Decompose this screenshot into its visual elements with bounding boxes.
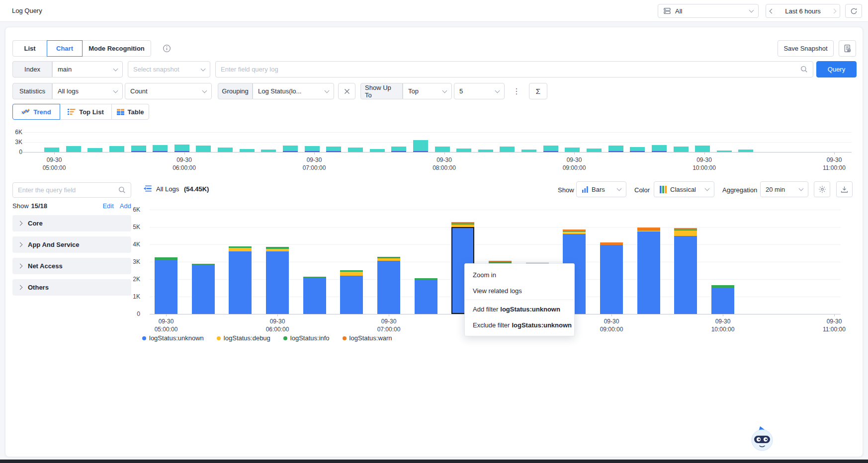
stacked-bar-segment[interactable] xyxy=(637,231,660,232)
stacked-bar-segment[interactable] xyxy=(266,249,289,251)
overview-bar[interactable] xyxy=(478,150,493,152)
stacked-bar-segment[interactable] xyxy=(415,280,437,314)
field-search-box[interactable] xyxy=(12,182,131,198)
stacked-bar-segment[interactable] xyxy=(711,285,734,288)
overview-bar[interactable] xyxy=(695,146,710,152)
stacked-bar-segment[interactable] xyxy=(674,231,697,236)
all-logs-trend-chart[interactable]: 01K2K3K4K5K6K09-3005:00:0009-3006:00:000… xyxy=(5,206,864,360)
chart-settings-button[interactable] xyxy=(814,181,830,197)
overview-bar[interactable] xyxy=(717,151,732,152)
stacked-bar-segment[interactable] xyxy=(451,222,474,224)
save-snapshot-button[interactable]: Save Snapshot xyxy=(778,40,834,57)
chevron-left-icon[interactable] xyxy=(770,8,775,13)
stacked-bar-segment[interactable] xyxy=(192,264,215,266)
aggregation-select[interactable]: 20 min xyxy=(760,181,808,197)
grouping-select[interactable]: Log Status(lo... xyxy=(253,83,334,99)
overview-bar[interactable] xyxy=(218,148,233,152)
overview-histogram[interactable]: 03K6K09-3005:00:0009-3006:00:0009-3007:0… xyxy=(5,124,864,179)
overview-bar[interactable] xyxy=(87,148,102,152)
tab-chart[interactable]: Chart xyxy=(47,40,83,57)
menu-item-exclude-filter[interactable]: Exclude filterlogStatus:unknown xyxy=(465,317,574,333)
stacked-bar-segment[interactable] xyxy=(563,232,586,232)
stacked-bar-segment[interactable] xyxy=(674,228,697,230)
color-scheme-select[interactable]: Classical xyxy=(654,181,714,197)
field-section-app-and-service[interactable]: App And Service xyxy=(12,236,131,253)
stacked-bar-segment[interactable] xyxy=(303,278,326,314)
index-select[interactable]: main xyxy=(52,61,123,77)
chart-style-select[interactable]: Bars xyxy=(576,181,626,197)
snapshot-select[interactable]: Select snapshot xyxy=(128,61,210,77)
stacked-bar-segment[interactable] xyxy=(674,230,697,231)
overview-bar[interactable] xyxy=(66,146,81,152)
stacked-bar-segment[interactable] xyxy=(155,260,177,314)
stacked-bar-segment[interactable] xyxy=(229,246,252,248)
stacked-bar-segment[interactable] xyxy=(637,232,660,314)
query-input[interactable] xyxy=(221,66,796,73)
menu-item-zoom-in[interactable]: Zoom in xyxy=(465,267,574,283)
overview-bar[interactable] xyxy=(261,150,276,152)
stacked-bar-segment[interactable] xyxy=(637,230,660,231)
stacked-bar-segment[interactable] xyxy=(266,247,289,249)
overview-bar[interactable] xyxy=(435,147,450,152)
overview-bar[interactable] xyxy=(109,146,124,152)
tab-mode-recognition[interactable]: Mode Recognition xyxy=(82,40,151,57)
info-icon[interactable] xyxy=(163,44,171,54)
stacked-bar-segment[interactable] xyxy=(192,265,215,314)
legend-item[interactable]: logStatus:unknown xyxy=(142,334,204,342)
refresh-button[interactable] xyxy=(845,4,862,18)
field-section-net-access[interactable]: Net Access xyxy=(12,258,131,274)
query-button[interactable]: Query xyxy=(816,61,857,77)
stacked-bar-segment[interactable] xyxy=(155,257,177,260)
stacked-bar-segment[interactable] xyxy=(340,276,363,314)
stacked-bar-segment[interactable] xyxy=(637,228,660,230)
stacked-bar-segment[interactable] xyxy=(563,232,586,234)
field-section-others[interactable]: Others xyxy=(12,279,131,296)
stacked-bar-segment[interactable] xyxy=(229,251,252,314)
overview-bar[interactable] xyxy=(196,146,211,152)
chevron-right-icon[interactable] xyxy=(832,8,837,13)
overview-bar[interactable] xyxy=(348,148,363,152)
time-range-value[interactable]: Last 6 hours xyxy=(778,7,828,15)
sigma-button[interactable]: Σ xyxy=(529,83,547,99)
stacked-bar-segment[interactable] xyxy=(600,245,623,245)
stacked-bar-segment[interactable] xyxy=(415,278,437,280)
robot-assistant-button[interactable] xyxy=(751,424,774,453)
overview-bar[interactable] xyxy=(413,140,428,152)
overview-bar[interactable] xyxy=(738,150,753,152)
stacked-bar-segment[interactable] xyxy=(377,261,400,314)
legend-item[interactable]: logStatus:info xyxy=(283,334,330,342)
overview-bar[interactable] xyxy=(500,147,515,152)
field-section-core[interactable]: Core xyxy=(12,215,131,232)
stacked-bar-segment[interactable] xyxy=(600,245,623,314)
overview-bar[interactable] xyxy=(587,149,602,152)
stacked-bar-segment[interactable] xyxy=(451,224,474,225)
search-icon[interactable] xyxy=(118,186,126,194)
stacked-bar-segment[interactable] xyxy=(711,288,734,314)
overview-bar[interactable] xyxy=(370,149,385,152)
overview-bar[interactable] xyxy=(674,147,689,152)
stacked-bar-segment[interactable] xyxy=(340,272,363,276)
tab-top-list[interactable]: Top List xyxy=(60,104,112,120)
stacked-bar-segment[interactable] xyxy=(600,242,623,245)
menu-item-view-related-logs[interactable]: View related logs xyxy=(465,283,574,299)
menu-item-add-filter[interactable]: Add filterlogStatus:unknown xyxy=(465,301,574,317)
overview-bar[interactable] xyxy=(240,149,255,152)
tab-table[interactable]: Table xyxy=(111,104,149,120)
stacked-bar-segment[interactable] xyxy=(229,248,252,251)
top-count-select[interactable]: 5 xyxy=(454,83,505,99)
overview-bar[interactable] xyxy=(44,148,59,152)
legend-item[interactable]: logStatus:warn xyxy=(343,334,392,342)
kebab-menu-button[interactable]: ⋮ xyxy=(511,83,522,99)
stacked-bar-segment[interactable] xyxy=(303,277,326,279)
stacked-bar-segment[interactable] xyxy=(340,270,363,272)
search-icon[interactable] xyxy=(800,66,808,73)
snapshot-list-button[interactable] xyxy=(839,40,856,57)
legend-item[interactable]: logStatus:debug xyxy=(217,334,270,342)
stacked-bar-segment[interactable] xyxy=(451,225,474,227)
stacked-bar-segment[interactable] xyxy=(377,258,400,261)
stacked-bar-segment[interactable] xyxy=(674,236,697,314)
scope-select[interactable]: All xyxy=(658,4,759,18)
query-input-box[interactable] xyxy=(215,61,813,77)
tab-trend[interactable]: Trend xyxy=(12,104,60,120)
overview-bar[interactable] xyxy=(565,148,580,152)
